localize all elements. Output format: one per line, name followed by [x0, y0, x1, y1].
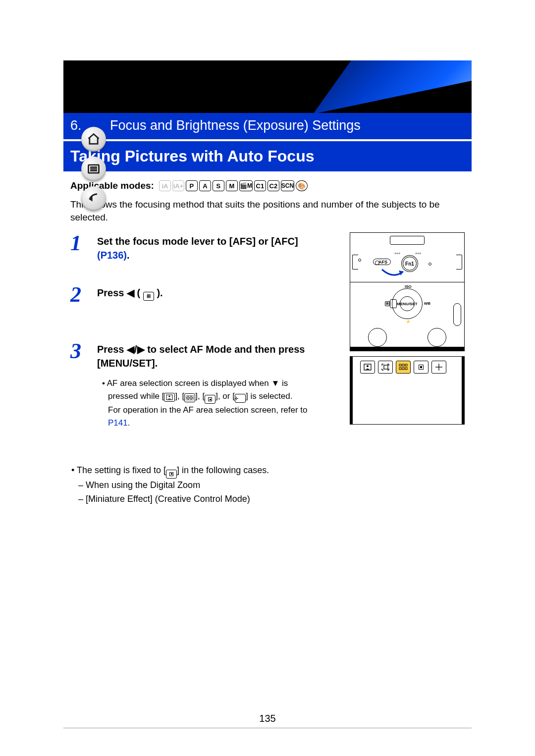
- step-3-bullet-2: For operation in the AF area selection s…: [101, 404, 310, 429]
- fixed-note-sub1: When using the Digital Zoom: [86, 480, 200, 490]
- af-mode-pinpoint-icon: [431, 361, 446, 374]
- mode-icon-c2: C2: [268, 180, 279, 191]
- step-1-link[interactable]: (P136): [97, 250, 127, 261]
- section-title: Taking Pictures with Auto Focus: [63, 141, 472, 171]
- applicable-modes-row: Applicable modes: iA iA+ P A S M 🎬M C1 C…: [70, 180, 465, 191]
- mode-icon-a: A: [199, 180, 211, 191]
- chapter-title: Focus and Brightness (Exposure) Settings: [110, 118, 361, 133]
- step-1-text: Set the focus mode lever to [AFS] or [AF…: [97, 236, 298, 247]
- home-button[interactable]: [81, 127, 106, 152]
- svg-rect-23: [192, 398, 194, 400]
- mode-icon-p: P: [186, 180, 198, 191]
- mode-icon-ia: iA: [159, 180, 171, 191]
- af-mode-multi-icon: [396, 361, 411, 374]
- toc-button[interactable]: [81, 157, 106, 181]
- chapter-number: 6.: [70, 118, 82, 133]
- svg-rect-8: [399, 364, 401, 366]
- af-area-icon: ⊞: [143, 292, 154, 301]
- svg-rect-10: [405, 364, 407, 366]
- back-button[interactable]: [81, 186, 106, 211]
- left-right-arrow-icon: ◀/▶: [127, 344, 145, 355]
- back-icon: [87, 192, 101, 206]
- svg-rect-11: [399, 368, 401, 370]
- svg-rect-19: [189, 395, 191, 397]
- camera-back-illustration: MENU/SET ISO WB ⚡ ⊞: [350, 282, 464, 351]
- af-mode-tracking-icon: [378, 361, 393, 374]
- af-mode-single-icon: [414, 361, 428, 374]
- svg-point-17: [169, 395, 170, 397]
- step-3-bullet-1: • AF area selection screen is displayed …: [101, 377, 310, 404]
- home-icon: [87, 132, 101, 146]
- step-2-text-post: ).: [154, 287, 163, 298]
- af-mode-screen: [350, 356, 465, 425]
- page-number: 135: [0, 713, 535, 724]
- step-number: 1: [70, 232, 88, 262]
- mode-icons: iA iA+ P A S M 🎬M C1 C2 SCN 🎨: [159, 180, 308, 191]
- focus-lever-label: AFS: [373, 259, 391, 265]
- svg-rect-9: [402, 364, 404, 366]
- svg-rect-20: [192, 395, 194, 397]
- svg-rect-12: [402, 368, 404, 370]
- mode-icon-m: M: [226, 180, 238, 191]
- mode-icon-c1: C1: [254, 180, 266, 191]
- camera-illustration: AFS Fn1 MENU/SET ISO WB ⚡ ⊞: [350, 232, 465, 351]
- down-arrow-icon: ▼: [271, 378, 279, 388]
- af-mode-face-icon: [360, 361, 375, 374]
- p141-link[interactable]: P141: [108, 418, 128, 428]
- description-text: This allows the focusing method that sui…: [70, 198, 465, 223]
- mode-icon-scn: SCN: [281, 180, 294, 191]
- mode-icon-s: S: [213, 180, 224, 191]
- fixed-note-sub2: [Miniature Effect] (Creative Control Mod…: [86, 494, 250, 504]
- mode-icon-creative: 🎨: [296, 180, 308, 191]
- svg-point-6: [367, 365, 369, 367]
- mode-icon-iaplus: iA+: [172, 180, 184, 191]
- step-3-text-pre: Press: [97, 344, 127, 355]
- lever-arrow-icon: [381, 269, 406, 277]
- face-detect-icon: [164, 393, 175, 402]
- mode-icon-moviem: 🎬M: [239, 180, 253, 191]
- control-dial: MENU/SET ISO WB ⚡ ⊞: [392, 288, 423, 319]
- chapter-bar: 6. Focus and Brightness (Exposure) Setti…: [63, 113, 472, 139]
- single-af-icon: [205, 395, 215, 404]
- fixed-notes: • The setting is fixed to [] in the foll…: [70, 464, 465, 506]
- svg-rect-18: [186, 395, 188, 397]
- single-af-icon: [166, 470, 177, 479]
- left-arrow-icon: ◀ (: [127, 287, 143, 298]
- step-number: 3: [70, 340, 88, 429]
- step-number: 2: [70, 284, 88, 306]
- pinpoint-af-icon: ✛: [235, 394, 246, 403]
- svg-rect-7: [384, 365, 388, 369]
- camera-top-illustration: AFS Fn1: [350, 233, 464, 282]
- step-2-text-pre: Press: [97, 287, 127, 298]
- footer-rule: [63, 728, 472, 728]
- svg-rect-13: [405, 368, 407, 370]
- multi-af-icon: [184, 393, 195, 402]
- svg-rect-21: [186, 398, 188, 400]
- svg-rect-22: [189, 398, 191, 400]
- list-icon: [87, 162, 101, 176]
